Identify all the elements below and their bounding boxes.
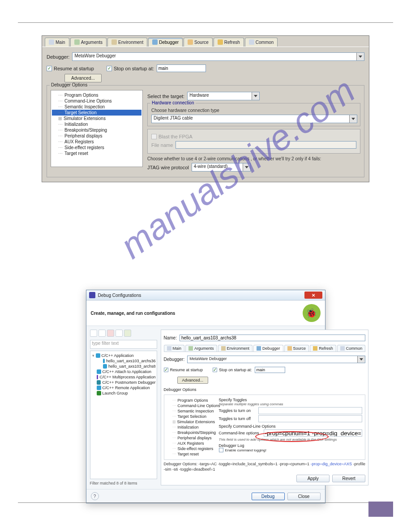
config-tree[interactable]: ▾C/C++ Application hello_uart_axs103_arc… bbox=[90, 351, 157, 479]
tree-item[interactable]: hello_uart_axs103_archs8 bbox=[91, 364, 156, 369]
close-button[interactable]: Close bbox=[287, 493, 321, 500]
collapse-icon[interactable] bbox=[116, 330, 123, 337]
help-icon[interactable]: ? bbox=[91, 492, 99, 500]
checkbox-icon bbox=[107, 66, 112, 71]
advanced-button[interactable]: Advanced... bbox=[177, 377, 209, 384]
tab-common[interactable]: Common bbox=[245, 38, 278, 47]
tree-item[interactable]: C/C++ Postmortem Debugger bbox=[91, 380, 156, 385]
tree-item[interactable]: Semantic Inspection bbox=[52, 104, 141, 110]
advanced-button[interactable]: Advanced... bbox=[64, 74, 102, 82]
nav-item[interactable]: Target reset bbox=[167, 451, 215, 457]
tree-item[interactable]: C/C++ Attach to Application bbox=[91, 369, 156, 374]
tree-item[interactable]: Target reset bbox=[52, 150, 141, 156]
resume-label: Resume at startup bbox=[54, 66, 94, 71]
tree-label: hello_uart_axs103_archs8 bbox=[108, 364, 156, 369]
filter-input[interactable]: type filter text bbox=[90, 340, 157, 349]
nav-item[interactable]: Simulator Extensions bbox=[167, 419, 215, 425]
debugger-select-value: MetaWare Debugger bbox=[73, 53, 356, 60]
tree-item[interactable]: AUX Registers bbox=[52, 139, 141, 145]
tree-item[interactable]: Command-Line Options bbox=[52, 98, 141, 104]
nav-item[interactable]: Initialization bbox=[167, 425, 215, 430]
tab-label: Environment bbox=[118, 40, 143, 45]
debug-button[interactable]: Debug bbox=[252, 493, 285, 500]
target-select[interactable]: Hardware bbox=[187, 92, 260, 100]
tab-arguments[interactable]: Arguments bbox=[185, 345, 217, 352]
tab-arguments[interactable]: Arguments bbox=[70, 38, 107, 47]
options-navlist[interactable]: Program Options Command-Line Options Sem… bbox=[167, 398, 215, 457]
wire-select[interactable]: 4-wire (standard) bbox=[192, 163, 251, 172]
tree-item-target-selection[interactable]: Target Selection bbox=[52, 110, 141, 116]
tab-refresh[interactable]: Refresh bbox=[214, 38, 244, 47]
close-icon[interactable]: ✕ bbox=[304, 292, 322, 299]
nav-item[interactable]: Program Options bbox=[167, 398, 215, 403]
cmd-field[interactable] bbox=[264, 429, 363, 437]
chevron-down-icon[interactable] bbox=[349, 115, 357, 123]
debug-configurations-dialog: Debug Configurations ✕ Create, manage, a… bbox=[86, 290, 325, 503]
resume-at-startup-checkbox[interactable]: Resume at startup bbox=[164, 368, 203, 372]
nav-item[interactable]: Side-effect registers bbox=[167, 446, 215, 451]
chevron-down-icon[interactable] bbox=[252, 92, 259, 100]
checkbox-icon bbox=[164, 368, 168, 372]
tab-main[interactable]: Main bbox=[45, 38, 69, 47]
nav-item[interactable]: Target Selection bbox=[167, 414, 215, 419]
stop-on-startup-checkbox[interactable]: Stop on startup at: bbox=[213, 368, 252, 372]
stop-on-startup-checkbox[interactable]: Stop on startup at: bbox=[107, 66, 154, 71]
toggles-off-field[interactable] bbox=[258, 415, 363, 422]
tree-item[interactable]: Program Options bbox=[52, 92, 141, 98]
summary-line: Debugger Options: -targs=AC -toggle=incl… bbox=[164, 462, 366, 472]
tree-item[interactable]: C/C++ Multiprocess Application bbox=[91, 374, 156, 380]
c-attach-icon bbox=[97, 369, 101, 374]
tree-item[interactable]: Launch Group bbox=[91, 390, 156, 396]
chevron-down-icon[interactable] bbox=[243, 163, 250, 171]
tree-item[interactable]: Side-effect registers bbox=[52, 145, 141, 150]
tab-label: Debugger bbox=[262, 346, 280, 351]
resume-at-startup-checkbox[interactable]: Resume at startup bbox=[47, 66, 94, 71]
tab-common[interactable]: Common bbox=[337, 345, 366, 352]
apply-button[interactable]: Apply bbox=[296, 475, 330, 482]
filter-icon[interactable] bbox=[124, 330, 131, 337]
copy-icon[interactable] bbox=[98, 330, 106, 337]
stop-at-field[interactable] bbox=[157, 64, 206, 72]
tab-main[interactable]: Main bbox=[164, 345, 185, 352]
debugger-select[interactable]: MetaWare Debugger bbox=[187, 356, 365, 363]
tree-item[interactable]: Peripheral displays bbox=[52, 133, 141, 139]
checkbox-icon bbox=[219, 448, 223, 452]
name-field[interactable] bbox=[180, 335, 365, 341]
tab-environment[interactable]: Environment bbox=[107, 38, 147, 47]
blast-label: Blast the FPGA bbox=[158, 134, 193, 139]
tree-item[interactable]: Breakpoints/Stepping bbox=[52, 127, 141, 133]
revert-button[interactable]: Revert bbox=[332, 475, 365, 482]
tab-refresh[interactable]: Refresh bbox=[310, 345, 336, 352]
toggles-on-field[interactable] bbox=[258, 407, 363, 414]
new-icon[interactable] bbox=[90, 330, 97, 337]
tree-item[interactable]: Initialization bbox=[52, 121, 141, 127]
tab-source[interactable]: Source bbox=[184, 38, 213, 47]
nav-item[interactable]: Breakpoints/Stepping bbox=[167, 430, 215, 435]
hw-conn-select[interactable]: Digilent JTAG cable bbox=[151, 115, 357, 123]
window-title: Debug Configurations bbox=[98, 293, 141, 298]
tree-label: C/C++ Application bbox=[102, 353, 134, 358]
tab-debugger[interactable]: Debugger bbox=[253, 345, 283, 352]
enable-logging-checkbox[interactable]: Enable command logging! bbox=[219, 448, 363, 452]
tree-item[interactable]: C/C++ Remote Application bbox=[91, 385, 156, 390]
chevron-down-icon[interactable] bbox=[357, 356, 365, 363]
hw-conn-value: Digilent JTAG cable bbox=[152, 115, 349, 123]
nav-item[interactable]: Semantic Inspection bbox=[167, 408, 215, 414]
nav-item[interactable]: Peripheral displays bbox=[167, 435, 215, 441]
nav-item[interactable]: Command-Line Options bbox=[167, 403, 215, 408]
tree-item[interactable]: hello_uart_axs103_archs36 bbox=[91, 358, 156, 364]
tab-label: Arguments bbox=[194, 346, 214, 351]
delete-icon[interactable] bbox=[107, 330, 114, 337]
tab-debugger[interactable]: Debugger bbox=[148, 38, 183, 47]
c-app-icon bbox=[103, 359, 105, 363]
tree-item-simulator-ext[interactable]: Simulator Extensions bbox=[52, 116, 141, 121]
stop-at-field[interactable] bbox=[255, 367, 285, 373]
tab-source[interactable]: Source bbox=[284, 345, 309, 352]
chevron-down-icon[interactable] bbox=[356, 53, 364, 60]
app-icon bbox=[89, 292, 95, 298]
tab-environment[interactable]: Environment bbox=[218, 345, 253, 352]
options-tree[interactable]: Program Options Command-Line Options Sem… bbox=[51, 90, 143, 167]
tree-item[interactable]: ▾C/C++ Application bbox=[91, 353, 156, 358]
nav-item[interactable]: AUX Registers bbox=[167, 441, 215, 446]
debugger-select[interactable]: MetaWare Debugger bbox=[72, 52, 364, 61]
